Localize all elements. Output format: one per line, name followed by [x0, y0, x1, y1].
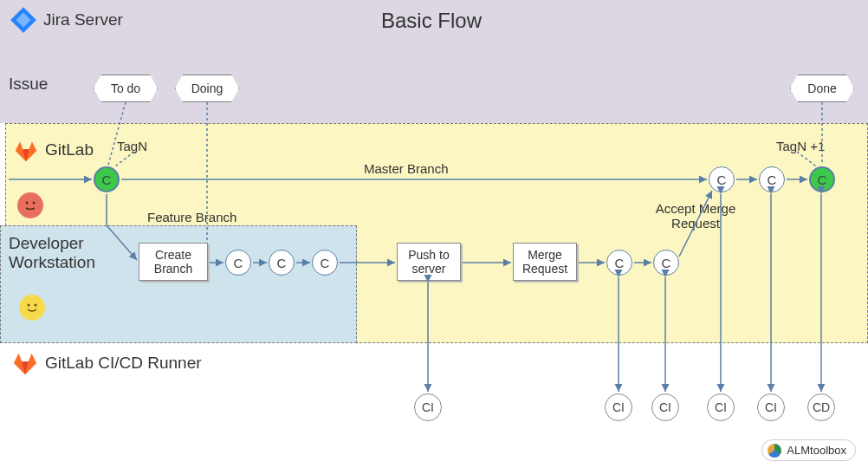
merge-request-box: Merge Request: [513, 243, 577, 281]
svg-point-2: [28, 304, 30, 307]
hex-doing-text: Doing: [191, 81, 223, 95]
ci-node-4: CI: [707, 393, 735, 421]
tag-n-label: TagN: [117, 139, 147, 153]
commit-text: C: [768, 172, 777, 187]
commit-feature-1: C: [225, 250, 251, 276]
commit-master-end: C: [809, 166, 835, 192]
gitlab-runner-icon: [12, 350, 38, 380]
commit-master-start: C: [94, 166, 120, 192]
push-to-server-text: Push to server: [401, 248, 457, 276]
svg-point-0: [26, 202, 29, 205]
tag-n1-label: TagN +1: [776, 139, 825, 153]
svg-point-1: [33, 202, 36, 205]
hex-done: Done: [790, 75, 854, 102]
commit-text: C: [321, 256, 330, 270]
cd-node: CD: [807, 393, 835, 421]
commit-text: C: [662, 256, 671, 270]
ci-node-1: CI: [414, 393, 442, 421]
commit-text: C: [717, 172, 727, 187]
commit-text: C: [615, 256, 625, 270]
commit-text: C: [234, 256, 243, 270]
jira-lane-label: Jira Server: [43, 10, 123, 29]
commit-text: C: [102, 172, 112, 187]
hex-todo: To do: [94, 75, 158, 102]
smiley-yellow-icon: [19, 295, 45, 321]
ci-text: CI: [422, 400, 434, 414]
push-to-server-box: Push to server: [397, 243, 461, 281]
gitlab-icon: [14, 139, 38, 166]
runner-lane-label: GitLab CI/CD Runner: [45, 354, 202, 373]
commit-feature-5: C: [653, 250, 679, 276]
ci-node-2: CI: [605, 393, 632, 421]
commit-feature-4: C: [606, 250, 632, 276]
commit-text: C: [277, 256, 287, 270]
merge-request-text: Merge Request: [517, 248, 573, 276]
hex-done-text: Done: [807, 81, 836, 95]
almtoolbox-text: ALMtoolbox: [787, 444, 846, 457]
commit-master-2: C: [759, 166, 785, 192]
diagram-title: Basic Flow: [381, 9, 482, 33]
commit-text: C: [818, 172, 827, 187]
commit-master-1: C: [709, 166, 735, 192]
jira-icon: [9, 5, 38, 38]
hex-todo-text: To do: [111, 81, 140, 95]
commit-feature-3: C: [312, 250, 338, 276]
ci-text: CI: [715, 400, 727, 414]
almtoolbox-badge: ALMtoolbox: [761, 439, 856, 461]
ci-text: CI: [612, 400, 625, 414]
smiley-red-icon: [17, 192, 43, 218]
commit-feature-2: C: [269, 250, 295, 276]
accept-merge-label: Accept Merge Request: [648, 201, 743, 231]
issue-label: Issue: [9, 75, 48, 94]
master-branch-label: Master Branch: [364, 161, 449, 176]
create-branch-text: Create Branch: [143, 248, 204, 276]
feature-branch-label: Feature Branch: [147, 210, 236, 224]
gitlab-lane-label: GitLab: [45, 140, 94, 159]
ci-node-3: CI: [651, 393, 679, 421]
svg-point-3: [35, 304, 37, 307]
ci-text: CI: [765, 400, 777, 414]
create-branch-box: Create Branch: [139, 243, 208, 281]
cd-text: CD: [813, 400, 830, 414]
ci-text: CI: [659, 400, 671, 414]
dev-lane-label: Developer Workstation: [9, 234, 104, 272]
hex-doing: Doing: [175, 75, 239, 102]
ci-node-5: CI: [757, 393, 785, 421]
